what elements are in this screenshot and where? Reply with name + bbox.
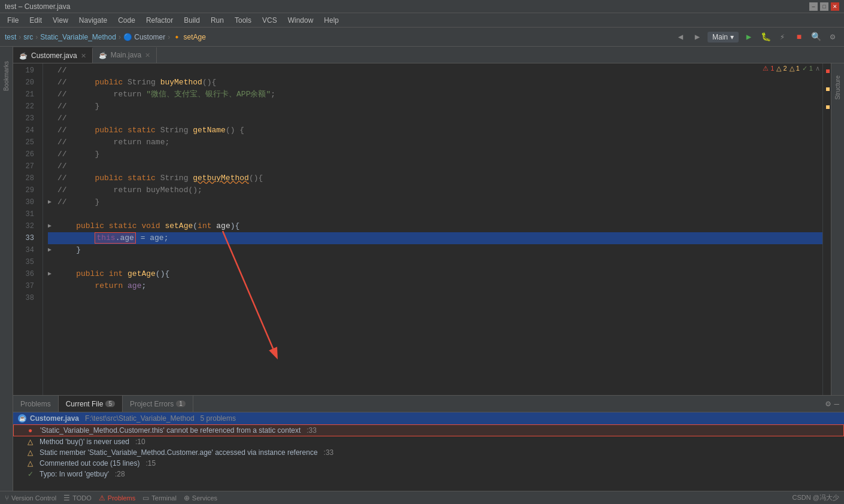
menu-help[interactable]: Help — [319, 15, 344, 26]
structure-panel: Structure — [831, 63, 844, 395]
ln-32: 32 — [13, 220, 38, 232]
menu-build[interactable]: Build — [179, 15, 205, 26]
status-left: ⑂ Version Control ☰ TODO ⚠ Problems ▭ Te… — [5, 494, 217, 502]
right-gutter — [822, 63, 831, 395]
stop-button[interactable]: ■ — [793, 31, 806, 44]
menu-edit[interactable]: Edit — [25, 15, 47, 26]
code-line-38 — [48, 292, 822, 304]
title-bar-controls: – □ ✕ — [809, 2, 839, 11]
minimize-button[interactable]: – — [809, 2, 818, 11]
terminal-icon: ▭ — [142, 494, 149, 502]
code-line-26: // } — [48, 148, 822, 160]
menu-refactor[interactable]: Refactor — [141, 15, 178, 26]
problems-panel: Problems Current File 5 Project Errors 1… — [13, 395, 844, 491]
version-control-button[interactable]: ⑂ Version Control — [5, 494, 56, 502]
debug-button[interactable]: 🐛 — [759, 31, 772, 44]
menu-code[interactable]: Code — [113, 15, 140, 26]
menu-navigate[interactable]: Navigate — [74, 15, 112, 26]
ln-38: 38 — [13, 292, 38, 304]
line-numbers: 19 20 21 22 23 24 25 26 27 28 29 30 31 3… — [13, 63, 43, 395]
problems-close-icon[interactable]: — — [834, 399, 839, 409]
problems-content[interactable]: ☕ Customer.java F:\test\src\Static_Varia… — [13, 412, 844, 491]
problems-status-icon: ⚠ — [99, 494, 105, 502]
problem-item-1[interactable]: ● 'Static_Variable_Method.Customer.this'… — [13, 424, 844, 436]
problem-item-4[interactable]: △ Commented out code (15 lines) :15 — [13, 458, 844, 469]
problems-tab-current[interactable]: Current File 5 — [59, 396, 123, 412]
problems-status-button[interactable]: ⚠ Problems — [99, 494, 135, 502]
ln-28: 28 — [13, 172, 38, 184]
ln-19: 19 — [13, 65, 38, 77]
menu-window[interactable]: Window — [283, 15, 318, 26]
breadcrumb-class[interactable]: 🔵 Customer — [123, 33, 165, 41]
code-line-33: this.age = age; — [48, 232, 822, 244]
forward-icon[interactable]: ▶ — [691, 31, 704, 44]
run-config[interactable]: Main ▾ — [708, 32, 739, 42]
code-line-32: ▶ public static void setAge(int age){ — [48, 220, 822, 232]
main-layout: Bookmarks ☕ Customer.java ✕ ☕ Main.java … — [0, 47, 844, 491]
tab-main-java[interactable]: ☕ Main.java ✕ — [93, 47, 157, 63]
breadcrumb-test[interactable]: test — [5, 33, 16, 41]
bookmarks-label: Bookmarks — [3, 61, 10, 91]
ln-23: 23 — [13, 113, 38, 125]
code-line-24: // public static String getName() { — [48, 125, 822, 136]
code-editor[interactable]: ⚠ 1 △ 2 △ 1 ✓ 1 ∧ 19 20 21 22 23 24 — [13, 63, 831, 395]
code-line-35 — [48, 256, 822, 268]
file-icon: ☕ — [18, 414, 26, 423]
run-config-chevron: ▾ — [730, 33, 734, 41]
problems-tab-problems[interactable]: Problems — [13, 396, 59, 412]
ln-20: 20 — [13, 77, 38, 89]
toolbar-right: ◀ ▶ Main ▾ ▶ 🐛 ⚡ ■ 🔍 ⚙ — [674, 31, 839, 44]
breadcrumb-method[interactable]: 🔸 setAge — [172, 33, 206, 41]
problems-tab-label: Problems — [20, 400, 51, 408]
menu-run[interactable]: Run — [206, 15, 229, 26]
problem-msg-5: Typo: In word 'getbuy' — [40, 470, 109, 478]
tab-close-customer[interactable]: ✕ — [81, 52, 86, 60]
code-line-25: // return name; — [48, 136, 822, 148]
problem-line-2: :10 — [135, 438, 145, 446]
menu-vcs[interactable]: VCS — [257, 15, 282, 26]
coverage-button[interactable]: ⚡ — [776, 31, 789, 44]
ln-24: 24 — [13, 125, 38, 136]
problems-settings-icon[interactable]: ⚙ — [825, 399, 830, 409]
problem-item-3[interactable]: △ Static member 'Static_Variable_Method.… — [13, 447, 844, 458]
problems-tab-project[interactable]: Project Errors 1 — [123, 396, 193, 412]
search-icon[interactable]: 🔍 — [809, 31, 822, 44]
version-control-label: Version Control — [11, 494, 56, 502]
terminal-button[interactable]: ▭ Terminal — [142, 494, 177, 502]
ln-22: 22 — [13, 101, 38, 113]
problem-item-2[interactable]: △ Method 'buy()' is never used :10 — [13, 436, 844, 447]
tab-close-main[interactable]: ✕ — [145, 51, 150, 59]
breadcrumb-src[interactable]: src — [23, 33, 33, 41]
code-content[interactable]: // // public String buyMethod(){ // retu… — [43, 63, 822, 395]
problem-item-5[interactable]: ✓ Typo: In word 'getbuy' :28 — [13, 469, 844, 479]
back-icon[interactable]: ◀ — [674, 31, 687, 44]
breadcrumb-package[interactable]: Static_Variable_Method — [40, 33, 116, 41]
tab-customer-java[interactable]: ☕ Customer.java ✕ — [13, 47, 93, 63]
problems-tabs: Problems Current File 5 Project Errors 1… — [13, 396, 844, 412]
code-line-29: // return buyMethod(); — [48, 184, 822, 196]
todo-button[interactable]: ☰ TODO — [63, 494, 92, 502]
ln-25: 25 — [13, 136, 38, 148]
ln-36: 36 — [13, 268, 38, 280]
ln-31: 31 — [13, 208, 38, 220]
menu-tools[interactable]: Tools — [230, 15, 256, 26]
services-button[interactable]: ⊕ Services — [184, 494, 217, 502]
menu-view[interactable]: View — [48, 15, 73, 26]
current-file-label: Current File — [66, 400, 104, 408]
menu-bar: File Edit View Navigate Code Refactor Bu… — [0, 13, 844, 28]
run-button[interactable]: ▶ — [742, 31, 755, 44]
settings-icon[interactable]: ⚙ — [826, 31, 839, 44]
maximize-button[interactable]: □ — [820, 2, 828, 11]
code-line-19: // — [48, 65, 822, 77]
menu-file[interactable]: File — [2, 15, 23, 26]
gutter-marker-warning2 — [826, 105, 830, 109]
run-config-label: Main — [712, 33, 728, 41]
code-line-37: return age; — [48, 280, 822, 292]
problem-file-path: F:\test\src\Static_Variable_Method — [85, 414, 195, 423]
code-line-22: // } — [48, 101, 822, 113]
toolbar: test › src › Static_Variable_Method › 🔵 … — [0, 28, 844, 47]
problems-status-label: Problems — [108, 494, 135, 502]
code-line-30: ▶ // } — [48, 196, 822, 208]
problems-file-row[interactable]: ☕ Customer.java F:\test\src\Static_Varia… — [13, 412, 844, 424]
close-button[interactable]: ✕ — [831, 2, 839, 11]
